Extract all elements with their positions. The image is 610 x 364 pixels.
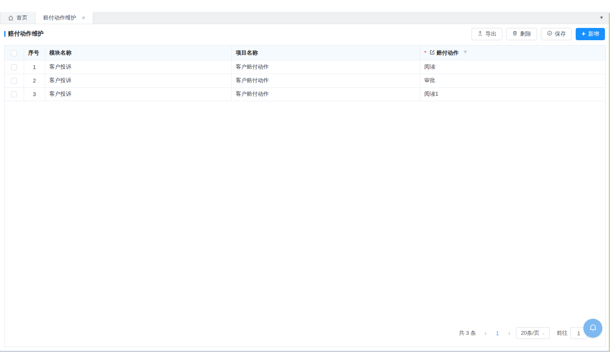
table-row[interactable]: 2 客户投诉 客户赔付动作 审批 (5, 74, 605, 87)
tab-home-label: 首页 (17, 14, 28, 22)
column-header-index[interactable]: 序号 (24, 46, 45, 60)
next-page-icon[interactable]: › (507, 330, 512, 336)
export-button[interactable]: 导出 (471, 28, 502, 40)
cell-module: 客户投诉 (45, 87, 231, 101)
pagination-total: 共 3 条 (459, 329, 476, 337)
chevron-down-icon: ⌄ (542, 331, 545, 335)
tab-compensation-action[interactable]: 赔付动作维护 × (36, 12, 93, 24)
title-accent-bar (4, 31, 6, 37)
cell-module: 客户投诉 (45, 60, 231, 74)
page-number-1[interactable]: 1 (492, 330, 502, 336)
cell-action[interactable]: 阅读 (420, 60, 605, 74)
row-checkbox[interactable] (11, 64, 17, 70)
cell-project: 客户赔付动作 (231, 60, 420, 74)
table-row[interactable]: 1 客户投诉 客户赔付动作 阅读 (5, 60, 605, 74)
goto-label: 前往 (557, 329, 568, 337)
page-size-select[interactable]: 20条/页 ⌄ (516, 327, 550, 339)
column-header-action[interactable]: * 赔付动作 (420, 46, 605, 60)
column-header-action-label: 赔付动作 (437, 49, 459, 57)
page-title: 赔付动作维护 (4, 30, 44, 38)
cell-action[interactable]: 审批 (420, 74, 605, 87)
cell-project: 客户赔付动作 (231, 74, 420, 87)
data-table: 序号 模块名称 项目名称 * 赔付动作 (4, 45, 606, 347)
window-bottom-edge (0, 351, 610, 352)
edit-icon (430, 50, 435, 56)
prev-page-icon[interactable]: ‹ (483, 330, 488, 336)
plus-icon: + (582, 30, 585, 37)
tab-compensation-label: 赔付动作维护 (43, 14, 76, 22)
action-buttons: 导出 删除 保存 + 新增 (471, 28, 605, 40)
select-all-checkbox[interactable] (11, 50, 17, 56)
cell-index: 2 (24, 74, 45, 87)
toolbar: 赔付动作维护 导出 删除 (4, 27, 605, 41)
notification-fab[interactable] (583, 319, 602, 338)
tab-close-icon[interactable]: × (82, 15, 85, 21)
filter-icon[interactable] (463, 50, 468, 56)
trash-icon (512, 30, 518, 37)
cell-module: 客户投诉 (45, 74, 231, 87)
table-header-row: 序号 模块名称 项目名称 * 赔付动作 (5, 46, 605, 60)
bell-icon (588, 323, 598, 334)
table-row[interactable]: 3 客户投诉 客户赔付动作 阅读1 (5, 87, 605, 101)
row-checkbox[interactable] (11, 91, 17, 97)
cell-project: 客户赔付动作 (231, 87, 420, 101)
delete-button[interactable]: 删除 (506, 28, 537, 40)
column-header-project[interactable]: 项目名称 (231, 46, 420, 60)
tab-bar: 首页 赔付动作维护 × ▼ (0, 12, 609, 24)
cell-action[interactable]: 阅读1 (420, 87, 605, 101)
page-size-label: 20条/页 (521, 329, 539, 337)
tab-overflow-caret-icon[interactable]: ▼ (599, 15, 604, 20)
upload-icon (477, 30, 483, 37)
save-button[interactable]: 保存 (541, 28, 572, 40)
app-window: 首页 赔付动作维护 × ▼ 赔付动作维护 导出 (0, 0, 610, 364)
column-header-module[interactable]: 模块名称 (45, 46, 231, 60)
tab-home[interactable]: 首页 (0, 12, 36, 24)
required-asterisk: * (424, 50, 427, 56)
pagination: 共 3 条 ‹ 1 › 20条/页 ⌄ 前往 页 (459, 327, 595, 339)
cell-index: 1 (24, 60, 45, 74)
page-title-text: 赔付动作维护 (8, 30, 44, 38)
add-button[interactable]: + 新增 (576, 28, 605, 40)
home-icon (8, 15, 14, 21)
check-circle-icon (547, 30, 552, 37)
row-checkbox[interactable] (11, 78, 17, 84)
cell-index: 3 (24, 87, 45, 101)
